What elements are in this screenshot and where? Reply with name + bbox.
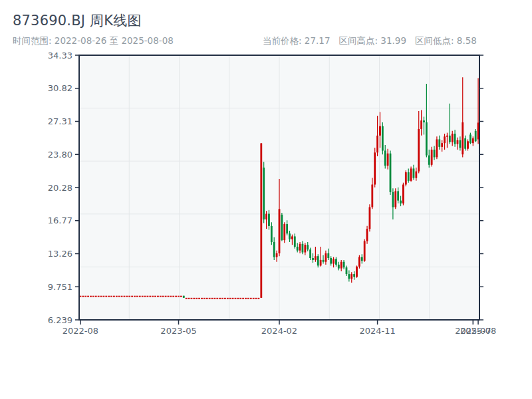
- candle-body: [116, 296, 118, 297]
- candle-body: [108, 296, 110, 297]
- candle-body: [113, 296, 115, 297]
- candle-body: [299, 244, 301, 251]
- candle-body: [144, 296, 146, 297]
- candle-body: [162, 296, 164, 297]
- candle-body: [139, 296, 141, 297]
- candle-body: [323, 260, 325, 262]
- candle-body: [260, 143, 262, 297]
- candle-body: [152, 296, 154, 297]
- candle-body: [382, 126, 384, 151]
- candle-body: [211, 298, 213, 299]
- kline-figure: 873690.BJ 周K线图 时间范围: 2022-08-26 至 2025-0…: [0, 0, 532, 399]
- candle-body: [286, 224, 288, 233]
- candle-body: [232, 298, 234, 299]
- candle-body: [320, 260, 322, 266]
- candle-body: [87, 296, 89, 297]
- candle-body: [183, 296, 185, 298]
- candle-body: [315, 256, 317, 260]
- x-axis-tick-label: 2024-11: [359, 326, 395, 336]
- candle-body: [131, 296, 133, 297]
- candle-body: [327, 253, 329, 258]
- candle-body: [82, 296, 84, 297]
- stat-current-price: 当前价格: 27.17: [263, 35, 331, 46]
- candle-body: [405, 172, 407, 184]
- candle-body: [387, 154, 389, 166]
- candle-body: [105, 296, 107, 297]
- candle-body: [265, 213, 267, 219]
- y-axis-tick-label: 16.77: [48, 215, 72, 225]
- x-axis-tick-label: 2024-02: [261, 326, 297, 336]
- candle-body: [142, 296, 144, 297]
- time-range-label: 时间范围: 2022-08-26 至 2025-08-08: [13, 35, 174, 47]
- candle-body: [245, 298, 247, 299]
- candle-body: [361, 257, 363, 261]
- y-axis-tick-label: 6.239: [48, 315, 72, 325]
- candle-body: [332, 259, 334, 263]
- candle-body: [102, 296, 104, 297]
- candle-body: [371, 185, 373, 207]
- candle-body: [309, 249, 311, 258]
- candle-body: [379, 126, 381, 136]
- candle-body: [188, 298, 190, 299]
- candle-body: [392, 192, 394, 207]
- candle-body: [247, 298, 249, 299]
- candle-body: [444, 136, 446, 143]
- candle-body: [434, 150, 436, 157]
- candle-body: [118, 296, 120, 297]
- candle-body: [271, 226, 273, 242]
- candle-body: [369, 207, 371, 229]
- candle-body: [147, 296, 149, 297]
- candle-body: [263, 168, 265, 219]
- candle-body: [180, 296, 182, 297]
- candle-body: [364, 241, 366, 261]
- candle-body: [134, 296, 136, 297]
- candle-body: [227, 298, 229, 299]
- candle-body: [446, 136, 448, 137]
- candle-body: [281, 215, 283, 240]
- candle-body: [229, 298, 231, 299]
- y-axis-tick-label: 30.82: [48, 83, 72, 93]
- candle-body: [250, 298, 252, 299]
- candle-body: [312, 258, 314, 260]
- candle-body: [191, 298, 193, 299]
- candle-body: [90, 296, 92, 297]
- candle-body: [279, 209, 281, 253]
- candle-body: [423, 120, 425, 122]
- candle-body: [348, 274, 350, 279]
- candle-body: [438, 140, 440, 147]
- candle-body: [157, 296, 159, 297]
- candle-body: [428, 156, 430, 165]
- candle-body: [302, 244, 304, 253]
- candle-body: [235, 298, 237, 299]
- candle-body: [297, 247, 299, 251]
- candle-body: [100, 296, 102, 297]
- price-stats: 当前价格: 27.17区间高点: 31.99区间低点: 8.58: [263, 35, 485, 47]
- candle-body: [420, 120, 422, 129]
- candle-body: [343, 262, 345, 268]
- candle-body: [426, 122, 428, 156]
- candle-body: [291, 236, 293, 239]
- candle-body: [221, 298, 223, 299]
- candle-body: [168, 296, 170, 297]
- candle-body: [203, 298, 205, 299]
- candle-body: [110, 296, 112, 297]
- y-axis-tick-label: 20.28: [48, 183, 72, 193]
- y-axis-tick-label: 34.33: [48, 51, 72, 61]
- candle-body: [410, 168, 412, 180]
- candle-body: [289, 233, 291, 239]
- candle-body: [216, 298, 218, 299]
- candle-body: [206, 298, 208, 299]
- x-axis-tick-label: 2025-08: [460, 326, 496, 336]
- candle-body: [394, 191, 396, 207]
- stat-range-low: 区间低点: 8.58: [415, 35, 477, 46]
- candle-body: [397, 191, 399, 200]
- y-axis-tick-label: 9.751: [48, 282, 72, 292]
- candle-body: [268, 213, 270, 225]
- candle-body: [402, 185, 404, 203]
- candle-body: [273, 242, 275, 257]
- candle-body: [294, 236, 296, 247]
- candle-body: [239, 298, 241, 299]
- x-axis-tick-label: 2023-05: [160, 326, 196, 336]
- candle-body: [95, 296, 97, 297]
- candle-body: [338, 265, 340, 269]
